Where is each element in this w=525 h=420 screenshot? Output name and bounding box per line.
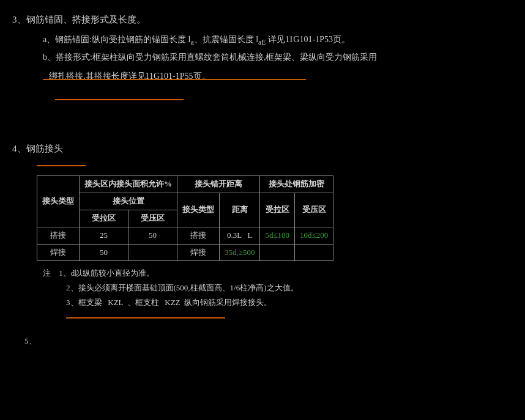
bottom-hint: 5、 xyxy=(24,335,513,348)
note-3-text: 3、框支梁 KZL 、框支柱 KZZ 纵向钢筋采用焊接接头。 xyxy=(66,298,272,307)
note-3: 3、框支梁 KZL 、框支柱 KZZ 纵向钢筋采用焊接接头。 xyxy=(66,297,513,309)
col-join-type-header: 接头类型 xyxy=(177,193,220,227)
row1-type: 搭接 xyxy=(37,227,80,244)
row2-type: 焊接 xyxy=(37,244,80,261)
row2-tension-dense xyxy=(260,244,295,261)
notes-section: 注 1、d以纵筋较小直径为准。 2、接头必须离开楼面基础顶面(500,柱截面高、… xyxy=(43,267,513,322)
section-3: 3、钢筋锚固、搭接形式及长度。 a、钢筋锚固:纵向受拉钢筋的锚固长度 la、抗震… xyxy=(12,12,513,105)
item-a-prefix: a、钢筋锚固: xyxy=(43,35,92,44)
note-1-text: 1、d以纵筋较小直径为准。 xyxy=(59,268,154,278)
section-4: 4、钢筋接头 接头类型 接头区内接头面积允许% 接头错开距离 接头处钢筋加密 接… xyxy=(12,141,513,323)
row2-compression xyxy=(128,244,177,261)
col-compression-zone-header: 受压区 xyxy=(295,193,333,227)
item-a: a、钢筋锚固:纵向受拉钢筋的锚固长度 la、抗震锚固长度 laE 详见11G10… xyxy=(43,33,513,48)
section-4-title: 4、钢筋接头 xyxy=(12,141,513,156)
row1-tension: 25 xyxy=(80,227,128,244)
table-row: 焊接 50 焊接 35d,≥500 xyxy=(37,244,333,261)
col-distance-header: 距离 xyxy=(220,193,260,227)
table-row: 搭接 25 50 搭接 0.3L L 5d≤100 10d≤200 xyxy=(37,227,333,244)
col-tension-header: 受拉区 xyxy=(80,210,128,227)
col-position-header: 接头位置 xyxy=(80,193,177,210)
item-b-line1: b、搭接形式:框架柱纵向受力钢筋采用直螺纹套筒机械连接,框架梁、梁纵向受力钢筋采… xyxy=(43,51,513,64)
col-area-header: 接头区内接头面积允许% xyxy=(80,176,177,193)
note-2-text: 2、接头必须离开楼面基础顶面(500,柱截面高、1/6柱净高)之大值。 xyxy=(66,283,299,292)
col-compression-header: 受压区 xyxy=(128,210,177,227)
row1-compression: 50 xyxy=(128,227,177,244)
col-tension-zone-header: 受拉区 xyxy=(260,193,295,227)
section-3-title: 3、钢筋锚固、搭接形式及长度。 xyxy=(12,12,513,27)
row1-tension-dense: 5d≤100 xyxy=(260,227,295,244)
note-1: 注 1、d以纵筋较小直径为准。 xyxy=(43,267,513,280)
note-label: 注 xyxy=(43,268,51,278)
rebar-table: 接头类型 接头区内接头面积允许% 接头错开距离 接头处钢筋加密 接头位置 接头类… xyxy=(37,175,333,261)
rebar-table-wrapper: 接头类型 接头区内接头面积允许% 接头错开距离 接头处钢筋加密 接头位置 接头类… xyxy=(37,175,513,261)
row1-distance: 0.3L L xyxy=(220,227,260,244)
col-type-header: 接头类型 xyxy=(37,176,80,227)
col-spacing-header: 接头错开距离 xyxy=(177,176,260,193)
row1-join-type: 搭接 xyxy=(177,227,220,244)
row1-compression-dense: 10d≤200 xyxy=(295,227,333,244)
row2-join-type: 焊接 xyxy=(177,244,220,261)
row2-distance: 35d,≥500 xyxy=(220,244,260,261)
row2-tension: 50 xyxy=(80,244,128,261)
note-2: 2、接头必须离开楼面基础顶面(500,柱截面高、1/6柱净高)之大值。 xyxy=(66,282,513,295)
item-a-text: 纵向受拉钢筋的锚固长度 la、抗震锚固长度 laE 详见11G101-1P53页… xyxy=(92,35,350,44)
row2-compression-dense xyxy=(295,244,333,261)
col-dense-header: 接头处钢筋加密 xyxy=(260,176,333,193)
